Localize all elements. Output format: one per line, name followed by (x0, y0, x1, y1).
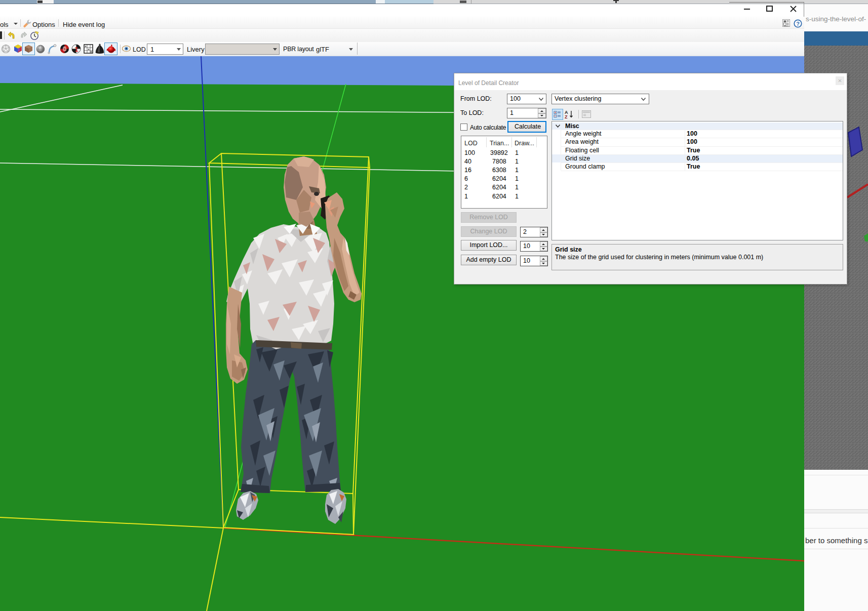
svg-text:?: ? (796, 21, 800, 27)
svg-text:Z: Z (565, 114, 568, 119)
svg-text:0: 0 (63, 46, 66, 53)
svg-text:1: 1 (74, 46, 78, 53)
